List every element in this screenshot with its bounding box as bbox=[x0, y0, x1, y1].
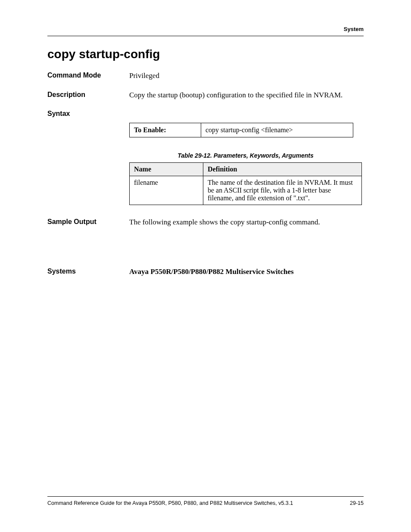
syntax-table: To Enable: copy startup-config <filename… bbox=[129, 123, 353, 137]
description-value: Copy the startup (bootup) configuration … bbox=[129, 90, 364, 101]
page-footer: Command Reference Guide for the Avaya P5… bbox=[47, 496, 364, 506]
param-table-caption: Table 29-12. Parameters, Keywords, Argum… bbox=[129, 152, 362, 159]
footer-guide-text: Command Reference Guide for the Avaya P5… bbox=[47, 500, 293, 506]
systems-value: Avaya P550R/P580/P880/P882 Multiservice … bbox=[129, 267, 364, 277]
command-mode-label: Command Mode bbox=[47, 71, 129, 81]
systems-label: Systems bbox=[47, 267, 129, 277]
param-table: Name Definition filename The name of the… bbox=[129, 162, 362, 205]
syntax-label: Syntax bbox=[47, 109, 129, 118]
description-label: Description bbox=[47, 90, 129, 101]
header-section: System bbox=[47, 26, 364, 36]
syntax-enable-value: copy startup-config <filename> bbox=[201, 123, 353, 137]
table-row: filename The name of the destination fil… bbox=[130, 176, 362, 205]
param-header-name: Name bbox=[130, 163, 203, 176]
param-header-definition: Definition bbox=[203, 163, 362, 176]
sample-output-label: Sample Output bbox=[47, 217, 129, 228]
table-header-row: Name Definition bbox=[130, 163, 362, 176]
footer-page-number: 29-15 bbox=[350, 500, 364, 506]
param-definition: The name of the destination file in NVRA… bbox=[203, 176, 362, 205]
syntax-enable-label: To Enable: bbox=[130, 123, 201, 137]
command-mode-value: Privileged bbox=[129, 71, 364, 81]
page-title: copy startup-config bbox=[47, 47, 364, 61]
param-name: filename bbox=[130, 176, 203, 205]
sample-output-value: The following example shows the copy sta… bbox=[129, 217, 364, 228]
table-row: To Enable: copy startup-config <filename… bbox=[130, 123, 353, 137]
